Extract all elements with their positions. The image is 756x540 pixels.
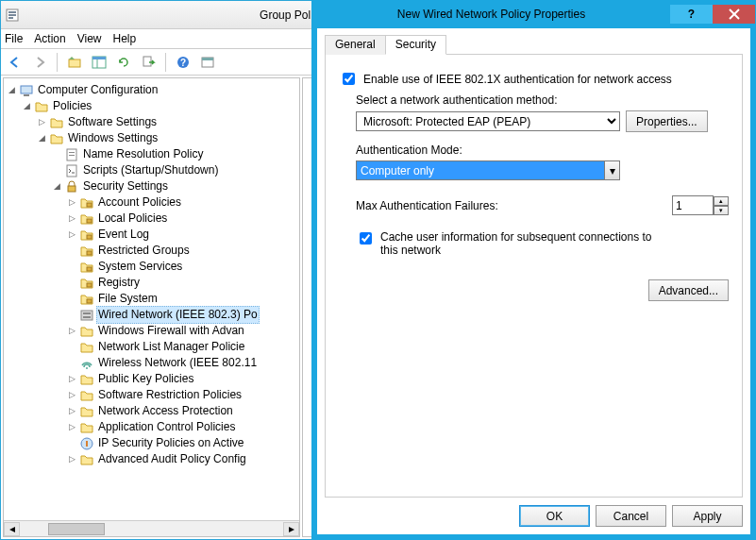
tree-node-software[interactable]: ▷ Software Settings	[6, 114, 297, 130]
tree-node-appctrl[interactable]: ▷Application Control Policies	[6, 419, 297, 435]
tree-node-registry[interactable]: Registry	[6, 275, 297, 291]
svg-rect-24	[87, 203, 92, 207]
tree-node-firewall[interactable]: ▷Windows Firewall with Advan	[6, 323, 297, 339]
tree-pane: ◢ Computer Configuration ◢ Policies ▷ So…	[3, 77, 300, 537]
menu-file[interactable]: File	[5, 32, 23, 45]
expander-icon[interactable]: ▷	[66, 403, 77, 419]
ok-button[interactable]: OK	[519, 505, 590, 527]
cancel-button[interactable]: Cancel	[596, 505, 666, 527]
security-icon	[64, 179, 79, 194]
filter-button[interactable]	[197, 52, 218, 73]
tree-node-nap[interactable]: ▷Network Access Protection	[6, 403, 297, 419]
tree-node-restricted[interactable]: Restricted Groups	[6, 243, 297, 259]
tree-node-netlist[interactable]: Network List Manager Policie	[6, 339, 297, 355]
dialog-close-button[interactable]	[713, 5, 755, 24]
folder-icon	[79, 340, 94, 355]
tab-security[interactable]: Security	[385, 35, 446, 55]
tree-node-account[interactable]: ▷Account Policies	[6, 194, 297, 211]
tree-node-softrest[interactable]: ▷Software Restriction Policies	[6, 387, 297, 403]
policy-folder-icon	[79, 260, 94, 275]
export-button[interactable]	[138, 52, 159, 73]
dialog-title: New Wired Network Policy Properties	[312, 8, 670, 21]
tree-node-eventlog[interactable]: ▷Event Log	[6, 227, 297, 243]
scrollbar-thumb[interactable]	[48, 523, 105, 535]
expander-icon[interactable]: ▷	[66, 451, 77, 467]
tree-node-pubkey[interactable]: ▷Public Key Policies	[6, 371, 297, 387]
tree-node-wired[interactable]: Wired Network (IEEE 802.3) Po	[6, 307, 297, 323]
advanced-button[interactable]: Advanced...	[648, 279, 729, 301]
tree-node-system[interactable]: System Services	[6, 259, 297, 275]
menu-action[interactable]: Action	[34, 32, 65, 45]
tree-node-policies[interactable]: ◢ Policies	[6, 98, 297, 114]
tree-node-security[interactable]: ◢ Security Settings	[6, 178, 297, 194]
wireless-icon	[79, 356, 94, 371]
expander-icon[interactable]: ▷	[66, 419, 77, 435]
max-failures-input[interactable]	[672, 195, 714, 215]
scroll-right-button[interactable]: ▸	[283, 522, 299, 536]
max-failures-label: Max Authentication Failures:	[356, 199, 666, 212]
expander-icon[interactable]: ◢	[51, 178, 62, 194]
cache-info-checkbox[interactable]	[360, 232, 372, 245]
tree-node-wireless[interactable]: Wireless Network (IEEE 802.11	[6, 355, 297, 371]
menu-view[interactable]: View	[77, 32, 102, 45]
svg-rect-3	[8, 17, 13, 19]
scripts-icon	[64, 163, 79, 178]
menu-help[interactable]: Help	[113, 32, 137, 45]
computer-icon	[19, 83, 34, 98]
refresh-button[interactable]	[113, 52, 134, 73]
tree[interactable]: ◢ Computer Configuration ◢ Policies ▷ So…	[4, 78, 299, 471]
enable-8021x-checkbox[interactable]	[343, 73, 355, 85]
tree-node-ipsec[interactable]: IP Security Policies on Active	[6, 435, 297, 451]
tree-node-windows[interactable]: ◢ Windows Settings	[6, 130, 297, 146]
scroll-left-button[interactable]: ◂	[4, 522, 20, 536]
expander-icon[interactable]: ▷	[66, 387, 77, 403]
expander-icon[interactable]: ▷	[36, 114, 47, 130]
apply-button[interactable]: Apply	[672, 505, 743, 527]
ipsec-icon	[79, 436, 94, 451]
dialog-help-button[interactable]: ?	[670, 5, 713, 24]
dialog-titlebar: New Wired Network Policy Properties ?	[312, 0, 755, 28]
expander-icon[interactable]: ◢	[36, 130, 47, 146]
auth-mode-select[interactable]: Computer only ▾	[356, 160, 620, 180]
chevron-down-icon[interactable]: ▾	[604, 161, 619, 179]
svg-rect-20	[69, 152, 75, 153]
expander-icon[interactable]: ▷	[66, 323, 77, 339]
policy-icon	[64, 147, 79, 162]
folder-icon	[79, 324, 94, 339]
forward-button[interactable]	[29, 52, 50, 73]
properties-button[interactable]: Properties...	[626, 110, 708, 132]
tree-node-nameres[interactable]: Name Resolution Policy	[6, 146, 297, 162]
folder-icon	[79, 372, 94, 387]
help-button[interactable]: ?	[173, 52, 193, 73]
back-button[interactable]	[5, 52, 25, 73]
svg-text:?: ?	[180, 58, 186, 68]
spinner-down-button[interactable]: ▾	[714, 206, 729, 215]
tab-general[interactable]: General	[325, 35, 386, 55]
auth-mode-value: Computer only	[357, 161, 604, 179]
auth-method-select[interactable]: Microsoft: Protected EAP (PEAP)	[356, 111, 620, 131]
svg-rect-33	[83, 316, 91, 318]
expander-icon[interactable]: ▷	[66, 194, 77, 211]
expander-icon[interactable]: ◢	[21, 98, 32, 114]
expander-icon[interactable]: ▷	[66, 211, 77, 227]
tree-node-filesystem[interactable]: File System	[6, 291, 297, 307]
expander-icon[interactable]: ▷	[66, 371, 77, 387]
policy-folder-icon	[79, 244, 94, 259]
expander-icon[interactable]: ◢	[6, 82, 17, 98]
svg-rect-16	[202, 58, 213, 60]
tree-node-root[interactable]: ◢ Computer Configuration	[6, 82, 297, 98]
select-method-label: Select a network authentication method:	[356, 93, 729, 107]
wired-network-icon	[79, 308, 94, 323]
tree-node-audit[interactable]: ▷Advanced Audit Policy Config	[6, 451, 297, 467]
folder-icon	[49, 131, 64, 146]
expander-icon[interactable]: ▷	[66, 227, 77, 243]
svg-rect-12	[143, 57, 151, 66]
tree-node-scripts[interactable]: Scripts (Startup/Shutdown)	[6, 162, 297, 178]
tree-node-local[interactable]: ▷Local Policies	[6, 211, 297, 227]
up-button[interactable]	[64, 52, 85, 73]
spinner-up-button[interactable]: ▴	[714, 196, 729, 206]
show-hide-tree-button[interactable]	[89, 52, 109, 73]
max-failures-spinner[interactable]: ▴ ▾	[672, 195, 729, 215]
horizontal-scrollbar[interactable]: ◂ ▸	[4, 520, 299, 536]
policy-folder-icon	[79, 276, 94, 291]
